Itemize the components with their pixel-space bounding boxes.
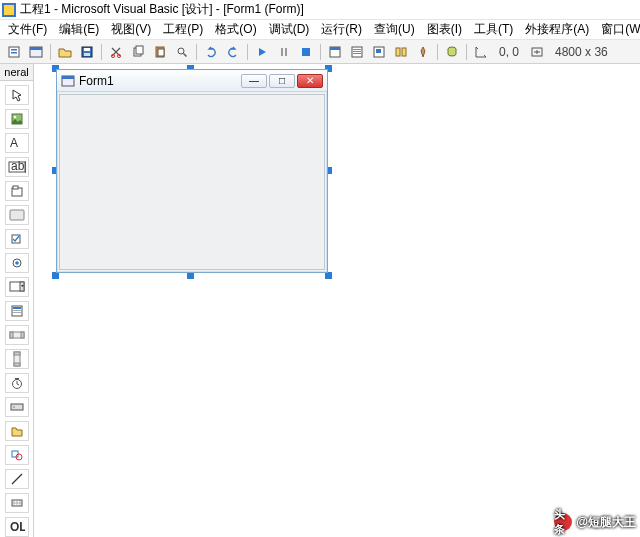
- ide-titlebar: 工程1 - Microsoft Visual Basic [设计] - [For…: [0, 0, 640, 20]
- timer-tool[interactable]: [5, 373, 29, 393]
- size-icon: [527, 42, 547, 62]
- minimize-button[interactable]: —: [241, 74, 267, 88]
- form1-client-area[interactable]: [59, 94, 325, 270]
- form1-titlebar[interactable]: Form1 — □ ✕: [57, 70, 327, 92]
- menu-addins[interactable]: 外接程序(A): [523, 20, 591, 39]
- svg-rect-46: [13, 307, 21, 309]
- svg-rect-1: [4, 5, 14, 15]
- coords-icon: [471, 42, 491, 62]
- menu-edit[interactable]: 编辑(E): [57, 20, 101, 39]
- maximize-button[interactable]: □: [269, 74, 295, 88]
- separator: [50, 44, 51, 60]
- pause-button[interactable]: [274, 42, 294, 62]
- menu-file[interactable]: 文件(F): [6, 20, 49, 39]
- svg-rect-53: [14, 352, 20, 355]
- copy-button[interactable]: [128, 42, 148, 62]
- svg-rect-13: [136, 46, 143, 54]
- find-button[interactable]: [172, 42, 192, 62]
- toolbox-panel: neral A ab| OLE: [0, 64, 34, 537]
- svg-rect-19: [302, 48, 310, 56]
- pointer-tool[interactable]: [5, 85, 29, 105]
- watermark-icon: 头条: [554, 513, 572, 531]
- menu-debug[interactable]: 调试(D): [267, 20, 312, 39]
- main-area: neral A ab| OLE: [0, 64, 640, 537]
- svg-rect-27: [376, 49, 381, 53]
- svg-rect-3: [11, 49, 17, 51]
- commandbutton-tool[interactable]: [5, 205, 29, 225]
- menu-format[interactable]: 格式(O): [213, 20, 258, 39]
- shape-tool[interactable]: [5, 445, 29, 465]
- close-button[interactable]: ✕: [297, 74, 323, 88]
- menu-query[interactable]: 查询(U): [372, 20, 417, 39]
- separator: [101, 44, 102, 60]
- menu-tools[interactable]: 工具(T): [472, 20, 515, 39]
- undo-button[interactable]: [201, 42, 221, 62]
- svg-rect-28: [396, 48, 400, 56]
- form1-caption: Form1: [79, 74, 241, 88]
- checkbox-tool[interactable]: [5, 229, 29, 249]
- redo-button[interactable]: [223, 42, 243, 62]
- svg-rect-15: [158, 49, 164, 56]
- frame-tool[interactable]: [5, 181, 29, 201]
- size-label: 4800 x 36: [549, 45, 614, 59]
- listbox-tool[interactable]: [5, 301, 29, 321]
- app-icon: [2, 3, 16, 17]
- menu-run[interactable]: 运行(R): [319, 20, 364, 39]
- svg-rect-4: [11, 52, 17, 54]
- menu-chart[interactable]: 图表(I): [425, 20, 464, 39]
- run-button[interactable]: [252, 42, 272, 62]
- line-tool[interactable]: [5, 469, 29, 489]
- paste-button[interactable]: [150, 42, 170, 62]
- svg-rect-24: [353, 51, 361, 52]
- svg-point-16: [178, 48, 184, 54]
- menu-project[interactable]: 工程(P): [161, 20, 205, 39]
- save-button[interactable]: [77, 42, 97, 62]
- svg-rect-51: [21, 332, 24, 338]
- separator: [196, 44, 197, 60]
- properties-button[interactable]: [347, 42, 367, 62]
- project-explorer-button[interactable]: [325, 42, 345, 62]
- separator: [466, 44, 467, 60]
- menu-window[interactable]: 窗口(W): [599, 20, 640, 39]
- svg-point-11: [117, 54, 120, 57]
- svg-rect-39: [10, 210, 24, 220]
- svg-rect-21: [330, 47, 340, 50]
- svg-point-42: [15, 261, 19, 265]
- toolbox-button[interactable]: [413, 42, 433, 62]
- dirlistbox-tool[interactable]: [5, 421, 29, 441]
- label-tool[interactable]: A: [5, 133, 29, 153]
- vscrollbar-tool[interactable]: [5, 349, 29, 369]
- svg-text:A: A: [10, 136, 18, 150]
- picturebox-tool[interactable]: [5, 109, 29, 129]
- svg-rect-50: [10, 332, 13, 338]
- ole-tool[interactable]: OLE: [5, 517, 29, 537]
- menu-view[interactable]: 视图(V): [109, 20, 153, 39]
- stop-button[interactable]: [296, 42, 316, 62]
- form1-window[interactable]: Form1 — □ ✕: [56, 69, 328, 273]
- svg-rect-47: [13, 310, 21, 311]
- svg-rect-23: [353, 49, 361, 50]
- cut-button[interactable]: [106, 42, 126, 62]
- svg-point-10: [111, 54, 114, 57]
- form-layout-button[interactable]: [369, 42, 389, 62]
- form-designer[interactable]: Form1 — □ ✕: [34, 64, 640, 537]
- add-form-button[interactable]: [26, 42, 46, 62]
- hscrollbar-tool[interactable]: [5, 325, 29, 345]
- drivelistbox-tool[interactable]: [5, 397, 29, 417]
- svg-rect-6: [30, 47, 42, 50]
- svg-rect-9: [84, 53, 90, 56]
- combobox-tool[interactable]: [5, 277, 29, 297]
- svg-rect-17: [281, 48, 283, 56]
- svg-rect-8: [84, 48, 90, 51]
- data-tool[interactable]: [5, 493, 29, 513]
- object-browser-button[interactable]: [391, 42, 411, 62]
- coords-label: 0, 0: [493, 45, 525, 59]
- svg-rect-38: [13, 186, 18, 189]
- svg-rect-57: [11, 404, 23, 410]
- open-button[interactable]: [55, 42, 75, 62]
- textbox-tool[interactable]: ab|: [5, 157, 29, 177]
- menubar: 文件(F) 编辑(E) 视图(V) 工程(P) 格式(O) 调试(D) 运行(R…: [0, 20, 640, 40]
- optionbutton-tool[interactable]: [5, 253, 29, 273]
- add-project-button[interactable]: [4, 42, 24, 62]
- data-view-button[interactable]: [442, 42, 462, 62]
